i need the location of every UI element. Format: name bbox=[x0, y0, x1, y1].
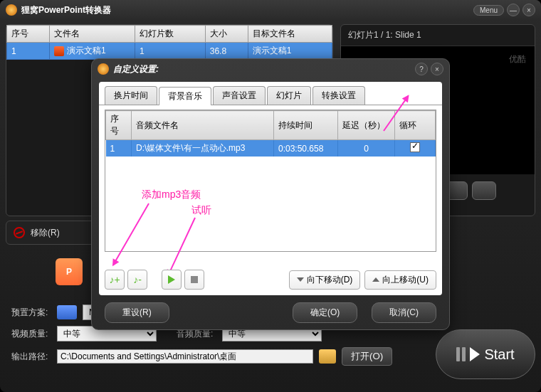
audio-table: 序号 音频文件名 持续时间 延迟（秒） 循环 1 D:\媒体文件\有一点动心.m… bbox=[105, 110, 436, 157]
tab-convert-settings[interactable]: 转换设置 bbox=[312, 86, 365, 105]
output-path-input[interactable] bbox=[57, 349, 313, 364]
app-title: 狸窝PowerPoint转换器 bbox=[21, 4, 471, 16]
remove-label[interactable]: 移除(R) bbox=[31, 227, 60, 239]
ok-button[interactable]: 确定(O) bbox=[293, 302, 357, 323]
play-icon bbox=[168, 275, 175, 284]
tab-transition-time[interactable]: 换片时间 bbox=[105, 86, 157, 105]
cancel-button[interactable]: 取消(C) bbox=[372, 302, 436, 323]
tabs: 换片时间 背景音乐 声音设置 幻灯片 转换设置 bbox=[99, 82, 442, 105]
play-arrow-icon bbox=[470, 347, 480, 361]
app-logo-icon bbox=[6, 4, 17, 16]
reset-button[interactable]: 重设(R) bbox=[105, 302, 169, 323]
dialog-title: 自定义设置: bbox=[113, 63, 412, 75]
triangle-up-icon bbox=[372, 277, 379, 282]
acol-duration[interactable]: 持续时间 bbox=[274, 111, 338, 140]
move-up-button[interactable]: 向上移动(U) bbox=[364, 270, 436, 290]
remove-icon[interactable] bbox=[14, 227, 25, 238]
menu-button[interactable]: Menu bbox=[473, 5, 504, 16]
preview-title: 幻灯片1 / 1: Slide 1 bbox=[341, 25, 535, 46]
dialog-close-button[interactable]: × bbox=[431, 63, 443, 75]
powerpoint-icon[interactable]: P bbox=[56, 258, 83, 285]
col-no[interactable]: 序号 bbox=[7, 26, 50, 43]
tab-slides[interactable]: 幻灯片 bbox=[267, 86, 311, 105]
dialog-footer: 重设(R) 确定(O) 取消(C) bbox=[92, 302, 449, 330]
file-table: 序号 文件名 幻灯片数 大小 目标文件名 1 演示文稿1 1 36.8 演示文稿… bbox=[6, 25, 332, 60]
audio-table-wrap: 序号 音频文件名 持续时间 延迟（秒） 循环 1 D:\媒体文件\有一点动心.m… bbox=[105, 110, 436, 252]
close-button[interactable]: × bbox=[522, 4, 535, 16]
file-row[interactable]: 1 演示文稿1 1 36.8 演示文稿1 bbox=[7, 43, 332, 60]
move-down-button[interactable]: 向下移动(D) bbox=[289, 270, 361, 290]
ppt-file-icon bbox=[54, 46, 64, 56]
play-audio-button[interactable] bbox=[162, 270, 182, 290]
acol-no[interactable]: 序号 bbox=[106, 111, 132, 140]
acol-name[interactable]: 音频文件名 bbox=[132, 111, 274, 140]
main-titlebar: 狸窝PowerPoint转换器 Menu — × bbox=[0, 0, 541, 20]
remove-audio-button[interactable]: ♪- bbox=[127, 270, 147, 290]
tab-sound-settings[interactable]: 声音设置 bbox=[213, 86, 266, 105]
music-note-minus-icon: ♪- bbox=[133, 274, 142, 285]
preset-label: 预置方案: bbox=[11, 307, 51, 319]
tab-background-music[interactable]: 背景音乐 bbox=[159, 87, 211, 105]
add-audio-button[interactable]: ♪+ bbox=[105, 270, 125, 290]
dialog-help-button[interactable]: ? bbox=[415, 63, 428, 75]
custom-settings-dialog: 自定义设置: ? × 换片时间 背景音乐 声音设置 幻灯片 转换设置 序号 音频… bbox=[91, 58, 450, 330]
output-label: 输出路径: bbox=[11, 351, 51, 363]
col-name[interactable]: 文件名 bbox=[49, 26, 135, 43]
dialog-logo-icon bbox=[98, 63, 109, 75]
preview-watermark: 优酷 bbox=[509, 53, 526, 65]
music-note-plus-icon: ♪+ bbox=[109, 274, 120, 285]
mp4-icon bbox=[57, 305, 77, 319]
audio-toolbar: ♪+ ♪- 向下移动(D) 向上移动(U) bbox=[105, 270, 436, 290]
video-quality-label: 视频质量: bbox=[11, 328, 51, 340]
audio-row[interactable]: 1 D:\媒体文件\有一点动心.mp3 0:03:50.658 0 bbox=[106, 140, 436, 157]
browse-folder-icon[interactable] bbox=[319, 349, 336, 364]
open-folder-button[interactable]: 打开(O) bbox=[342, 347, 392, 366]
triangle-down-icon bbox=[297, 277, 304, 282]
col-size[interactable]: 大小 bbox=[205, 26, 248, 43]
acol-loop[interactable]: 循环 bbox=[395, 111, 436, 140]
preview-stop-button[interactable] bbox=[472, 181, 496, 200]
stop-audio-button[interactable] bbox=[184, 270, 204, 290]
col-target[interactable]: 目标文件名 bbox=[248, 26, 332, 43]
acol-delay[interactable]: 延迟（秒） bbox=[338, 111, 395, 140]
minimize-button[interactable]: — bbox=[507, 4, 520, 16]
dialog-titlebar: 自定义设置: ? × bbox=[92, 59, 449, 79]
stop-icon bbox=[191, 276, 198, 283]
col-slides[interactable]: 幻灯片数 bbox=[135, 26, 205, 43]
dialog-body: 换片时间 背景音乐 声音设置 幻灯片 转换设置 序号 音频文件名 持续时间 延迟… bbox=[99, 82, 442, 295]
start-button[interactable]: Start bbox=[436, 329, 535, 379]
loop-checkbox[interactable] bbox=[410, 142, 420, 152]
